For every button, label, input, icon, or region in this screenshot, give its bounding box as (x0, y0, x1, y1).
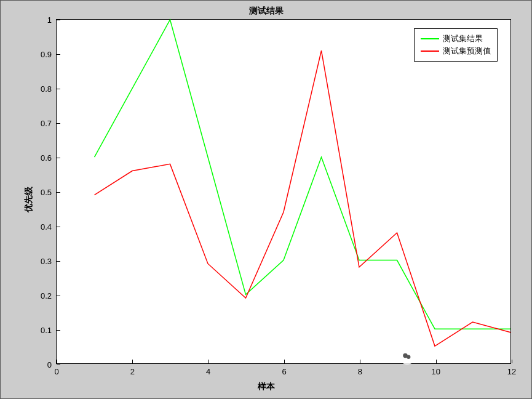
y-tick-label: 0.4 (41, 222, 52, 232)
y-tick-mark (57, 192, 60, 193)
x-tick-label: 8 (358, 367, 362, 376)
legend-swatch (421, 50, 439, 52)
x-tick-label: 6 (282, 367, 286, 376)
y-tick-label: 0.3 (41, 257, 52, 266)
y-tick-label: 0.2 (41, 291, 52, 300)
wechat-icon (399, 349, 415, 365)
y-axis-label: 优先级 (23, 187, 34, 212)
x-tick-label: 4 (206, 367, 210, 376)
x-tick-label: 2 (130, 367, 135, 376)
y-tick-label: 0.5 (41, 188, 52, 197)
x-axis-label: 样本 (1, 381, 531, 392)
chart-title: 测试结果 (1, 6, 531, 17)
y-tick-mark (57, 54, 60, 55)
y-tick-mark (57, 330, 60, 331)
y-tick-mark (57, 227, 60, 227)
y-tick-mark (57, 20, 60, 20)
plot-svg (57, 20, 510, 363)
series-line (95, 50, 511, 346)
y-tick-label: 0.1 (41, 326, 52, 335)
x-tick-label: 0 (54, 367, 58, 376)
figure-panel: 测试结果 02468101200.10.20.30.40.50.60.70.80… (1, 1, 531, 398)
x-tick-mark (284, 360, 285, 363)
y-tick-mark (57, 158, 60, 158)
y-tick-label: 0.8 (41, 84, 52, 94)
y-tick-mark (57, 89, 60, 89)
chart-axes: 02468101200.10.20.30.40.50.60.70.80.91 (56, 19, 511, 364)
y-tick-label: 0.9 (41, 50, 52, 59)
legend-item: 测试集预测值 (421, 45, 491, 57)
y-tick-mark (57, 365, 60, 365)
x-tick-label: 10 (431, 367, 440, 376)
y-tick-label: 0.6 (41, 153, 52, 163)
y-tick-mark (57, 261, 60, 262)
y-tick-mark (57, 123, 60, 124)
y-tick-label: 0.7 (41, 119, 52, 128)
y-tick-label: 0 (47, 360, 52, 369)
x-tick-mark (132, 360, 133, 363)
x-tick-mark (208, 360, 209, 363)
y-tick-label: 1 (47, 15, 52, 25)
watermark-label: 公众号 · 高斯的手稿 (420, 350, 507, 363)
y-tick-mark (57, 296, 60, 296)
x-tick-mark (360, 360, 360, 363)
legend-label: 测试集预测值 (443, 46, 491, 57)
x-tick-mark (57, 360, 57, 363)
legend-swatch (421, 38, 439, 39)
x-tick-mark (512, 360, 512, 363)
svg-point-1 (407, 355, 410, 359)
legend-label: 测试集结果 (443, 33, 483, 44)
x-tick-label: 12 (507, 367, 516, 376)
legend: 测试集结果测试集预测值 (414, 28, 498, 62)
series-line (95, 20, 511, 329)
legend-item: 测试集结果 (421, 33, 491, 45)
watermark: 公众号 · 高斯的手稿 (399, 349, 507, 365)
